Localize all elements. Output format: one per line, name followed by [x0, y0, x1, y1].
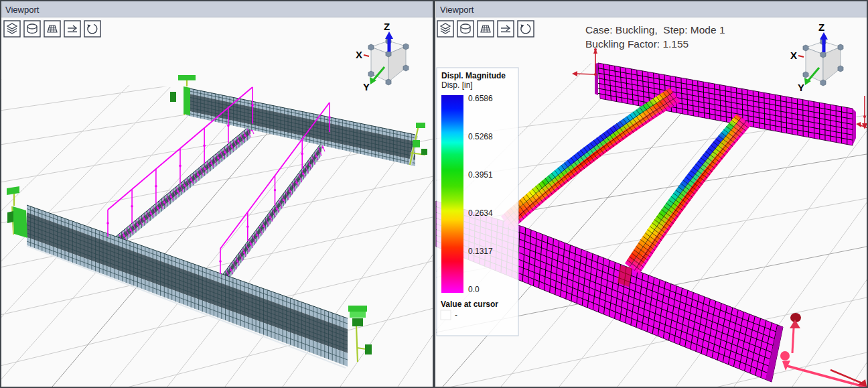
svg-text:0.0: 0.0 [468, 285, 480, 294]
svg-text:0.1317: 0.1317 [468, 247, 493, 256]
svg-text:0.6586: 0.6586 [468, 94, 493, 103]
svg-text:X: X [356, 49, 362, 60]
svg-text:-: - [455, 310, 457, 320]
svg-text:Viewport: Viewport [440, 5, 474, 15]
svg-text:Case: Buckling, Step: Mode 1: Case: Buckling, Step: Mode 1 [585, 24, 725, 36]
svg-text:X: X [790, 50, 797, 61]
svg-text:Y: Y [363, 81, 370, 92]
svg-text:0.5268: 0.5268 [468, 132, 493, 141]
svg-text:Y: Y [798, 82, 804, 93]
svg-text:Viewport: Viewport [5, 5, 40, 15]
svg-text:Z: Z [818, 21, 824, 33]
svg-text:Value at cursor: Value at cursor [441, 300, 498, 309]
svg-text:Disp. [in]: Disp. [in] [441, 80, 473, 90]
svg-text:Displ. Magnitude: Displ. Magnitude [441, 71, 506, 80]
svg-text:Buckling Factor: 1.155: Buckling Factor: 1.155 [585, 38, 689, 50]
svg-text:0.2634: 0.2634 [468, 208, 493, 218]
svg-text:0.3951: 0.3951 [468, 170, 493, 180]
svg-text:Z: Z [384, 21, 390, 32]
